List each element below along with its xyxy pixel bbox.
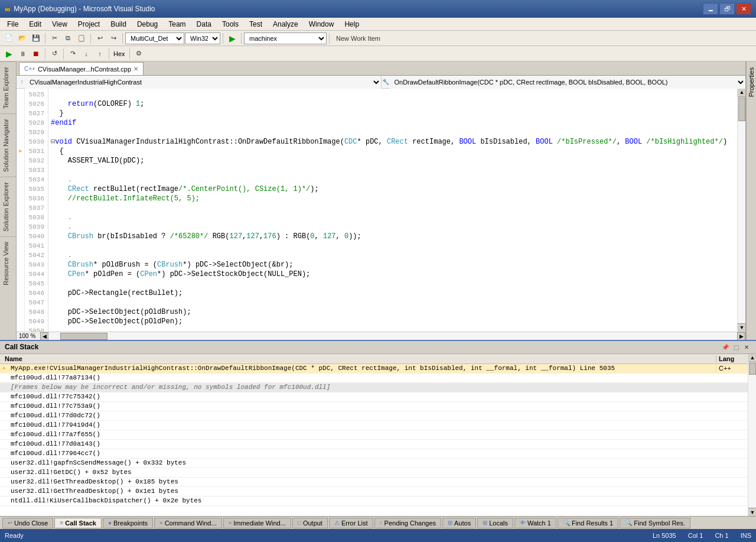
bottom-tab-4[interactable]: »Immediate Wind... <box>223 518 291 528</box>
bottom-tab-11[interactable]: 🔍Find Results 1 <box>558 518 618 528</box>
bottom-tab-2[interactable]: ●Breakpoints <box>103 518 153 528</box>
menu-item-data[interactable]: Data <box>192 19 216 30</box>
call-stack-row-0[interactable]: ➤ MyApp.exe!CVisualManagerIndustrialHigh… <box>0 364 748 374</box>
menu-item-view[interactable]: View <box>47 19 72 30</box>
scroll-down-btn[interactable]: ▼ <box>738 323 745 332</box>
bottom-tab-12[interactable]: 🔍Find Symbol Res. <box>620 518 690 528</box>
cs-scroll-up[interactable]: ▲ <box>748 354 756 362</box>
call-stack-row-11[interactable]: user32.dll!GetDC() + 0x52 bytes <box>0 468 748 478</box>
close-button[interactable]: ✕ <box>736 3 751 15</box>
restart-btn[interactable]: ↺ <box>48 47 61 60</box>
call-stack-row-13[interactable]: user32.dll!GetThreadDesktop() + 0x1e1 by… <box>0 487 748 496</box>
machine-combo[interactable]: machinex <box>244 33 327 44</box>
step-into-btn[interactable]: ↓ <box>80 47 93 60</box>
new-work-item-btn[interactable]: New Work Item <box>332 32 384 45</box>
undo-btn[interactable]: ↩ <box>93 32 106 45</box>
class-combo[interactable]: CVisualManagerIndustrialHighContrast <box>25 76 382 89</box>
code-line-10: CRect rectBullet(rectImage/*.CenterPoint… <box>51 185 319 193</box>
call-stack-row-4[interactable]: mfc100ud.dll!77c753a9() <box>0 402 748 411</box>
panel-close-btn[interactable]: ✕ <box>742 342 751 352</box>
callstack-scrollbar: ▲ ▼ <box>748 354 756 516</box>
properties-tab[interactable]: Properties <box>746 64 756 100</box>
menu-item-window[interactable]: Window <box>304 19 339 30</box>
step-over-btn[interactable]: ↷ <box>66 47 79 60</box>
bottom-tab-6[interactable]: ⚠Error List <box>329 518 373 528</box>
call-stack-row-10[interactable]: user32.dll!gapfnScSendMessage() + 0x332 … <box>0 459 748 468</box>
bottom-split: Name Lang ➤ MyApp.exe!CVisualManagerIndu… <box>0 354 756 516</box>
tab-icon-3: » <box>159 520 163 526</box>
call-stack-row-8[interactable]: mfc100ud.dll!77d0a143() <box>0 440 748 449</box>
menu-item-team[interactable]: Team <box>164 19 190 30</box>
call-stack-row-1[interactable]: mfc100ud.dll!77a87134() <box>0 374 748 383</box>
gutter-row-2 <box>17 99 24 109</box>
menu-item-file[interactable]: File <box>2 19 23 30</box>
scroll-up-btn[interactable]: ▲ <box>738 89 745 97</box>
menu-item-help[interactable]: Help <box>340 19 364 30</box>
pause-btn[interactable]: ⏸ <box>16 47 29 60</box>
maximize-button[interactable]: 🗗 <box>719 3 735 15</box>
menu-item-tools[interactable]: Tools <box>217 19 243 30</box>
line-num-5027: 5027 <box>25 109 44 118</box>
bottom-tab-3[interactable]: »Command Wind... <box>154 518 222 528</box>
bottom-tab-10[interactable]: 👁Watch 1 <box>514 518 556 528</box>
editor-tab-active[interactable]: C++ CVisualManager...hContrast.cpp ✕ <box>19 62 144 75</box>
new-btn[interactable]: 📄 <box>2 32 15 45</box>
cs-scroll-thumb[interactable] <box>749 363 756 375</box>
open-btn[interactable]: 📂 <box>16 32 29 45</box>
sidebar-tab-solution-explorer[interactable]: Solution Explorer <box>0 177 16 236</box>
method-combo[interactable]: OnDrawDefaultRibbonImage(CDC * pDC, CRec… <box>390 76 746 89</box>
menu-item-debug[interactable]: Debug <box>132 19 162 30</box>
step-out-btn[interactable]: ↑ <box>93 47 106 60</box>
line-num-5026: 5026 <box>25 99 44 109</box>
save-btn[interactable]: 💾 <box>30 32 43 45</box>
menu-item-edit[interactable]: Edit <box>24 19 46 30</box>
menu-item-project[interactable]: Project <box>73 19 105 30</box>
call-stack-row-9[interactable]: mfc100ud.dll!77964cc7() <box>0 449 748 459</box>
paste-btn[interactable]: 📋 <box>75 32 88 45</box>
cut-btn[interactable]: ✂ <box>48 32 61 45</box>
bottom-tab-9[interactable]: ⊞Locals <box>477 518 513 528</box>
cs-scroll-track <box>748 362 756 508</box>
h-scroll-left-btn[interactable]: ◀ <box>40 332 48 340</box>
h-scroll-thumb[interactable] <box>60 333 107 340</box>
bottom-tab-7[interactable]: ↑Pending Changes <box>374 518 441 528</box>
tab-label-11: Find Results 1 <box>572 520 613 527</box>
sidebar-tab-resource-view[interactable]: Resource View <box>0 236 16 290</box>
bottom-tab-0[interactable]: ↩Undo Close <box>2 518 53 528</box>
code-content[interactable]: return(COLOREF) 1; } #endif ⊟void CVisua… <box>48 89 737 332</box>
platform-combo[interactable]: Win32 <box>185 33 220 44</box>
play-btn[interactable]: ▶ <box>226 32 239 45</box>
h-scroll-right-btn[interactable]: ▶ <box>737 332 745 340</box>
copy-btn[interactable]: ⧉ <box>61 32 74 45</box>
cs-scroll-down[interactable]: ▼ <box>748 508 756 516</box>
call-stack-row-7[interactable]: mfc100ud.dll!77a7f655() <box>0 430 748 440</box>
tab-close-btn[interactable]: ✕ <box>133 66 138 72</box>
config-combo[interactable]: MultiCut_Det <box>125 33 184 44</box>
code-line-22 <box>51 298 55 307</box>
continue-btn[interactable]: ▶ <box>2 47 15 60</box>
redo-btn[interactable]: ↪ <box>107 32 120 45</box>
scroll-thumb[interactable] <box>738 98 745 121</box>
bottom-tab-5[interactable]: □Output <box>292 518 328 528</box>
menu-item-analyze[interactable]: Analyze <box>268 19 303 30</box>
call-stack-row-5[interactable]: mfc100ud.dll!77d0dc72() <box>0 411 748 421</box>
tab-label-8: Autos <box>454 520 471 527</box>
bottom-tab-8[interactable]: ⊞Autos <box>442 518 476 528</box>
sep8 <box>63 48 64 59</box>
sidebar-tab-solution-navigator[interactable]: Solution Navigator <box>0 113 16 177</box>
panel-pin-btn[interactable]: 📌 <box>721 342 730 352</box>
call-stack-row-6[interactable]: mfc100ud.dll!779419d4() <box>0 421 748 430</box>
minimize-button[interactable]: 🗕 <box>703 3 718 15</box>
call-stack-row-3[interactable]: mfc100ud.dll!77c75342() <box>0 392 748 402</box>
toolbar-btn-misc[interactable]: ⚙ <box>132 47 145 60</box>
menu-item-test[interactable]: Test <box>245 19 267 30</box>
bottom-tab-1[interactable]: ≡Call Stack <box>54 518 101 528</box>
row-lang-0: C++ <box>716 365 745 372</box>
line-num-5042: 5042 <box>25 251 44 260</box>
panel-float-btn[interactable]: ⬚ <box>731 342 741 352</box>
sidebar-tab-team-explorer[interactable]: Team Explorer <box>0 61 16 113</box>
call-stack-row-12[interactable]: user32.dll!GetThreadDesktop() + 0x185 by… <box>0 478 748 487</box>
menu-item-build[interactable]: Build <box>106 19 131 30</box>
stop-btn[interactable]: ⏹ <box>30 47 43 60</box>
call-stack-row-14[interactable]: ntdll.dll!KiUserCallbackDispatcher() + 0… <box>0 496 748 506</box>
